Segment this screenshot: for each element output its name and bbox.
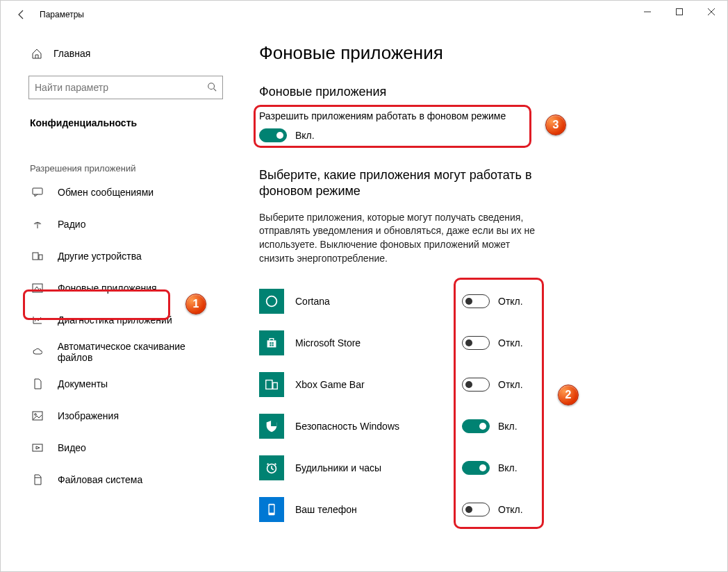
svg-rect-13	[270, 344, 271, 346]
bg-icon	[31, 283, 44, 294]
sidebar-item-cloud[interactable]: Автоматическое скачивание файлов	[28, 336, 223, 368]
window-title: Параметры	[40, 10, 84, 19]
search-input[interactable]	[35, 82, 207, 93]
store-icon	[259, 330, 284, 355]
annotation-badge-2: 2	[558, 385, 579, 405]
svg-rect-11	[270, 342, 271, 344]
sidebar-item-label: Диагностика приложений	[58, 314, 172, 326]
master-toggle-state: Вкл.	[295, 130, 315, 141]
svg-rect-15	[266, 380, 272, 389]
app-row: Microsoft StoreОткл.	[259, 322, 700, 364]
arrow-left-icon	[16, 9, 27, 20]
sidebar-item-label: Автоматическое скачивание файлов	[58, 341, 220, 363]
app-toggle-state: Вкл.	[498, 421, 518, 432]
master-heading: Фоновые приложения	[259, 85, 700, 99]
home-icon	[31, 48, 42, 59]
app-toggle[interactable]	[462, 378, 490, 392]
sidebar-item-label: Фоновые приложения	[58, 283, 157, 294]
shield-icon	[259, 414, 284, 439]
xbox-icon	[259, 372, 284, 397]
svg-point-7	[35, 414, 37, 416]
back-button[interactable]	[9, 2, 34, 27]
svg-rect-10	[267, 340, 276, 347]
sidebar-item-label: Файловая система	[58, 474, 142, 485]
cortana-icon	[259, 289, 284, 314]
help-text: Выберите приложения, которые могут получ…	[259, 211, 537, 265]
app-toggle-state: Откл.	[498, 296, 523, 307]
app-toggle-state: Откл.	[498, 337, 523, 348]
home-label: Главная	[53, 48, 90, 59]
app-toggle[interactable]	[462, 503, 490, 516]
app-name: Безопасность Windows	[295, 421, 448, 432]
devices-icon	[31, 251, 44, 262]
app-toggle-state: Откл.	[498, 379, 523, 390]
app-list: 2 CortanaОткл.Microsoft StoreОткл.Xbox G…	[259, 280, 700, 530]
app-name: Microsoft Store	[295, 337, 448, 348]
svg-rect-3	[33, 253, 38, 260]
sidebar-item-video[interactable]: Видео	[28, 432, 223, 464]
app-toggle[interactable]	[462, 461, 490, 475]
svg-rect-20	[270, 505, 274, 513]
fs-icon	[31, 474, 44, 485]
phone-icon	[259, 497, 284, 522]
master-toggle[interactable]	[259, 128, 287, 142]
app-name: Xbox Game Bar	[295, 379, 448, 390]
sidebar-item-label: Видео	[58, 442, 86, 453]
app-toggle[interactable]	[462, 336, 490, 350]
radio-icon	[31, 219, 44, 230]
doc-icon	[31, 378, 44, 389]
apps-heading: Выберите, какие приложения могут работат…	[259, 167, 551, 200]
sidebar-item-img[interactable]: Изображения	[28, 400, 223, 432]
annotation-badge-1: 1	[185, 294, 206, 314]
clock-icon	[259, 455, 284, 480]
category-title: Конфиденциальность	[28, 115, 223, 131]
svg-point-9	[267, 296, 277, 307]
app-row: CortanaОткл.	[259, 280, 700, 322]
app-toggle-state: Откл.	[498, 504, 523, 515]
video-icon	[31, 442, 44, 453]
sidebar-item-fs[interactable]: Файловая система	[28, 464, 223, 496]
app-toggle[interactable]	[462, 419, 490, 433]
app-toggle[interactable]	[462, 294, 490, 308]
svg-rect-14	[272, 344, 273, 346]
annotation-badge-3: 3	[545, 115, 566, 135]
diag-icon	[31, 314, 44, 326]
page-title: Фоновые приложения	[259, 42, 700, 64]
sidebar-item-label: Радио	[58, 219, 85, 230]
svg-rect-8	[33, 444, 42, 451]
search-icon	[207, 82, 217, 94]
svg-point-1	[208, 83, 215, 89]
minimize-icon	[644, 8, 651, 15]
close-button[interactable]	[695, 1, 727, 23]
window-controls	[631, 1, 727, 23]
app-toggle-state: Вкл.	[498, 462, 518, 473]
sidebar-item-label: Изображения	[58, 410, 119, 421]
svg-rect-0	[677, 9, 683, 15]
svg-rect-12	[272, 342, 273, 344]
svg-rect-2	[33, 188, 42, 194]
app-row: Xbox Game BarОткл.	[259, 364, 700, 405]
master-toggle-block: Разрешить приложениям работать в фоновом…	[259, 109, 700, 148]
maximize-icon	[676, 8, 683, 15]
app-row: Безопасность WindowsВкл.	[259, 405, 700, 447]
close-icon	[708, 8, 715, 15]
sidebar-item-doc[interactable]: Документы	[28, 368, 223, 400]
sidebar-item-label: Документы	[58, 378, 108, 389]
app-row: Ваш телефонОткл.	[259, 489, 700, 530]
search-box[interactable]	[28, 76, 223, 99]
nav-list: Обмен сообщениямиРадиоДругие устройстваФ…	[28, 176, 223, 496]
sidebar-item-label: Другие устройства	[58, 251, 142, 262]
app-name: Ваш телефон	[295, 504, 448, 515]
chat-icon	[31, 187, 44, 198]
minimize-button[interactable]	[631, 1, 663, 23]
cloud-icon	[31, 346, 44, 358]
sidebar-item-devices[interactable]: Другие устройства	[28, 240, 223, 272]
titlebar: Параметры	[1, 1, 727, 28]
maximize-button[interactable]	[663, 1, 695, 23]
svg-rect-4	[39, 255, 42, 260]
sidebar-item-radio[interactable]: Радио	[28, 208, 223, 240]
svg-rect-17	[271, 421, 276, 426]
sidebar-item-chat[interactable]: Обмен сообщениями	[28, 176, 223, 208]
app-name: Cortana	[295, 296, 448, 307]
home-link[interactable]: Главная	[28, 42, 223, 65]
